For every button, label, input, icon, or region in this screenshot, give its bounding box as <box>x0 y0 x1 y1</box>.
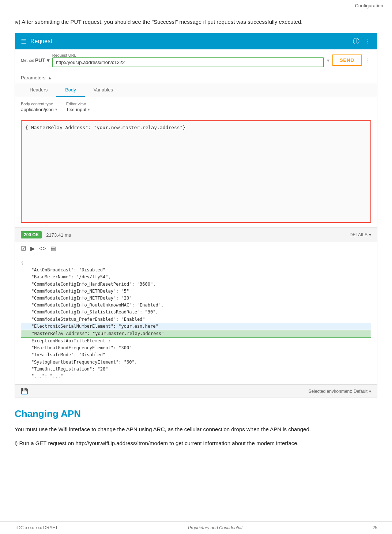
page-header: Configuration <box>0 0 392 10</box>
body-row: Body content type application/json ▾ Edi… <box>21 102 371 112</box>
url-label: Request URL <box>52 53 324 57</box>
details-chevron-icon: ▾ <box>369 232 371 237</box>
response-line-12: "InFailsafeMode": "Disabled" <box>21 351 371 358</box>
copy-icon[interactable]: ☑ <box>21 245 26 252</box>
content-type-label: Body content type <box>21 102 57 106</box>
env-label: Selected environment: <box>309 389 352 394</box>
body-section: Body content type application/json ▾ Edi… <box>15 97 377 120</box>
content-type-text: application/json <box>21 107 54 112</box>
request-header-left: ☰ Request <box>21 37 52 45</box>
params-header: Parameters ▲ <box>21 75 371 80</box>
header-title: Configuration <box>355 3 383 8</box>
editor-view-field: Editor view Text input ▾ <box>66 102 90 112</box>
changing-apn-para2: i) Run a GET request on http://your.wifi… <box>15 439 377 448</box>
bottom-save-icon[interactable]: 💾 <box>21 388 28 395</box>
status-badge: 200 OK <box>21 231 42 238</box>
bottom-bar: 💾 Selected environment: Default ▾ <box>15 384 377 398</box>
request-header-right: ⓘ ⋮ <box>353 37 371 46</box>
response-line-6: "CommModuleConfigInfo_RouteUnknownMAC": … <box>21 302 371 309</box>
page-footer: TDC-xxxx-xxx DRAFT Proprietary and Confi… <box>0 521 392 534</box>
footer-left: TDC-xxxx-xxx DRAFT <box>15 525 58 530</box>
more-icon[interactable]: ⋮ <box>365 37 371 45</box>
editor-view-value: Text input ▾ <box>66 107 90 112</box>
method-box: Method PUT ▾ <box>21 57 49 63</box>
method-value: PUT <box>35 57 45 63</box>
url-input-container: Request URL <box>52 53 324 67</box>
editor-view-dropdown-icon[interactable]: ▾ <box>88 107 90 112</box>
response-line-8: "CommModuleStatus_PreferEnabled": "Enabl… <box>21 316 371 323</box>
status-bar: 200 OK 2173.41 ms DETAILS ▾ <box>15 227 377 242</box>
method-chevron: ▾ <box>47 57 49 63</box>
code-icon[interactable]: <> <box>39 245 46 252</box>
save-icon[interactable]: ▶ <box>30 245 35 252</box>
response-line-1: "AckOnBroadcast": "Disabled" <box>21 267 371 274</box>
editor-view-label: Editor view <box>66 102 90 106</box>
content-type-dropdown-icon[interactable]: ▾ <box>55 107 57 112</box>
details-link[interactable]: DETAILS ▾ <box>350 232 371 237</box>
status-left: 200 OK 2173.41 ms <box>21 231 71 238</box>
params-arrow-icon[interactable]: ▲ <box>48 75 52 80</box>
response-line-7: "CommModuleConfigInfo_StatisticsReadRate… <box>21 309 371 316</box>
url-input[interactable] <box>52 57 324 67</box>
env-dropdown-icon[interactable]: ▾ <box>369 389 371 394</box>
env-value: Default <box>354 389 368 394</box>
response-line-9: "ElectronicSerialNumberElement": "your.e… <box>21 323 371 330</box>
content-type-field: Body content type application/json ▾ <box>21 102 57 112</box>
main-content: iv) After submitting the PUT request, yo… <box>0 10 392 467</box>
method-select[interactable]: PUT ▾ <box>35 57 49 63</box>
response-line-13: "SyslogHeartbeatFrequencyElement": "60", <box>21 359 371 366</box>
env-selector: Selected environment: Default ▾ <box>309 389 371 394</box>
changing-apn-heading: Changing APN <box>15 408 377 420</box>
intro-paragraph: iv) After submitting the PUT request, yo… <box>15 18 377 26</box>
response-line-5: "CommModuleConfigInfo_NETTDelay": "20" <box>21 295 371 302</box>
footer-center: Proprietary and Confidential <box>188 525 242 530</box>
content-type-value: application/json ▾ <box>21 107 57 112</box>
response-body: { "AckOnBroadcast": "Disabled" "BaseMete… <box>15 255 377 384</box>
response-line-11: "HeartbeatGoodFrequencyElement": "300" <box>21 345 371 351</box>
url-dropdown-icon[interactable]: ▾ <box>327 57 329 63</box>
url-bar: Method PUT ▾ Request URL ▾ SEND ⋮ <box>15 49 377 71</box>
send-button[interactable]: SEND <box>332 54 362 66</box>
details-label: DETAILS <box>350 232 368 237</box>
response-toolbar: ☑ ▶ <> ▤ <box>15 242 377 255</box>
hamburger-icon[interactable]: ☰ <box>21 37 27 45</box>
response-line-15: "...": "..." <box>21 373 371 380</box>
params-label: Parameters <box>21 75 45 80</box>
params-section: Parameters ▲ <box>15 71 377 80</box>
response-line-10: ExceptionHostApiTitleElement : <box>21 338 371 345</box>
request-panel: ☰ Request ⓘ ⋮ Method PUT ▾ Request URL ▾ <box>15 33 377 398</box>
method-label: Method <box>21 58 34 63</box>
tabs-bar: Headers Body Variables <box>15 83 377 97</box>
response-line-3: "CommModuleConfigInfo_HardResetPeriod": … <box>21 281 371 288</box>
status-time: 2173.41 ms <box>46 232 71 238</box>
grid-icon[interactable]: ▤ <box>50 245 56 252</box>
changing-apn-para1: You must use the Wifi interface to chang… <box>15 425 377 434</box>
info-icon[interactable]: ⓘ <box>353 37 359 46</box>
more-options-icon[interactable]: ⋮ <box>365 56 371 64</box>
tab-body[interactable]: Body <box>56 83 85 97</box>
editor-view-text: Text input <box>66 107 87 112</box>
tab-variables[interactable]: Variables <box>85 83 122 97</box>
tab-headers[interactable]: Headers <box>21 83 56 97</box>
response-line-4: "CommModuleConfigInfo_NETRDelay": "5" <box>21 288 371 295</box>
footer-page-number: 25 <box>373 525 377 530</box>
request-panel-header: ☰ Request ⓘ ⋮ <box>15 33 377 49</box>
request-title: Request <box>30 38 52 45</box>
response-line-0: { <box>21 260 371 267</box>
code-editor[interactable]: {"MasterRelay_Address": "your.new.master… <box>21 120 371 223</box>
response-line-master: "MasterRelay_Address": "your.master.rela… <box>21 330 371 338</box>
response-line-14: "TimeUntilRegistration": "28" <box>21 366 371 373</box>
code-content: {"MasterRelay_Address": "your.new.master… <box>25 125 185 130</box>
response-line-2: "BaseMeterName": "/dev/ttyS4", <box>21 274 371 281</box>
